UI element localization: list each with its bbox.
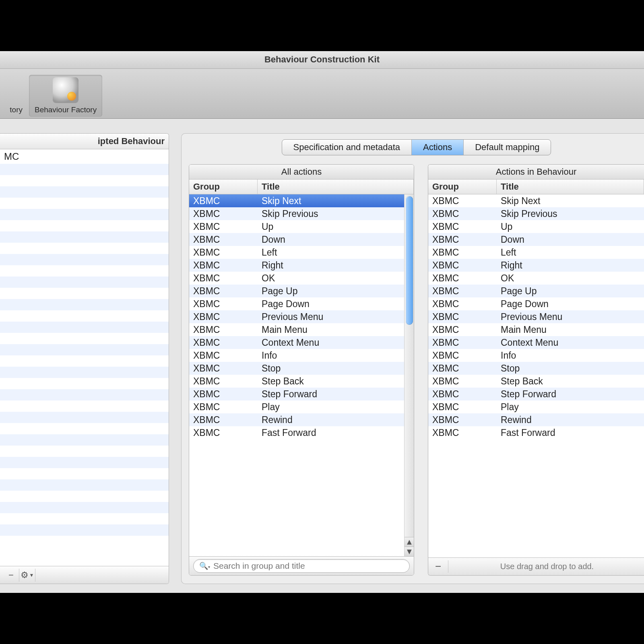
list-item	[0, 434, 169, 446]
list-item	[0, 389, 169, 400]
sidebar-gear-button[interactable]: ⚙▼	[19, 569, 35, 582]
sidebar-item-xbmc[interactable]: MC	[0, 149, 169, 164]
actions-in-behaviour-title: Actions in Behaviour	[428, 165, 644, 180]
table-row[interactable]: XBMCLeft	[189, 246, 404, 259]
list-item	[0, 502, 169, 513]
table-row[interactable]: XBMCStep Forward	[189, 388, 404, 400]
sidebar-remove-button[interactable]: −	[3, 569, 19, 582]
cell-group: XBMC	[428, 426, 497, 439]
table-row[interactable]: XBMCPage Down	[189, 297, 404, 310]
cell-title: Page Down	[258, 297, 404, 310]
remove-action-button[interactable]: −	[432, 560, 448, 573]
table-row[interactable]: XBMCPrevious Menu	[189, 310, 404, 323]
table-row[interactable]: XBMCSkip Next	[189, 194, 404, 207]
table-row[interactable]: XBMCOK	[189, 272, 404, 285]
table-row[interactable]: XBMCStep Forward	[428, 388, 644, 400]
cell-group: XBMC	[189, 323, 258, 336]
table-row[interactable]: XBMCMain Menu	[428, 323, 644, 336]
cell-title: Step Forward	[497, 388, 644, 400]
all-actions-title: All actions	[189, 165, 414, 180]
cell-group: XBMC	[428, 246, 497, 259]
table-row[interactable]: XBMCOK	[428, 272, 644, 285]
table-row[interactable]: XBMCLeft	[428, 246, 644, 259]
table-row[interactable]: XBMCRight	[428, 259, 644, 272]
table-row[interactable]: XBMCPage Up	[189, 285, 404, 297]
table-row[interactable]: XBMCStop	[189, 362, 404, 375]
scrollbar[interactable]: ▲ ▼	[404, 194, 414, 556]
table-row[interactable]: XBMCPlay	[189, 400, 404, 413]
table-row[interactable]: XBMCStop	[428, 362, 644, 375]
list-item	[0, 175, 169, 186]
sidebar-header[interactable]: ipted Behaviour	[0, 134, 169, 149]
scrollbar-down-arrow-icon[interactable]: ▼	[405, 547, 414, 556]
cell-title: Stop	[258, 362, 404, 375]
cell-title: Context Menu	[497, 336, 644, 349]
cell-title: Page Up	[258, 285, 404, 297]
cell-title: Fast Forward	[258, 426, 404, 439]
cell-title: Skip Next	[258, 194, 404, 207]
table-row[interactable]: XBMCDown	[428, 233, 644, 246]
list-item	[0, 446, 169, 457]
table-row[interactable]: XBMCSkip Next	[428, 194, 644, 207]
table-row[interactable]: XBMCRewind	[189, 413, 404, 426]
cell-title: Up	[258, 220, 404, 233]
toolbar-item-behaviour-factory[interactable]: Behaviour Factory	[29, 75, 102, 117]
list-item	[0, 265, 169, 277]
search-field-wrap[interactable]: 🔍▾	[193, 559, 410, 573]
table-row[interactable]: XBMCFast Forward	[428, 426, 644, 439]
table-row[interactable]: XBMCStep Back	[428, 375, 644, 388]
seg-specification[interactable]: Specification and metadata	[282, 140, 412, 155]
table-row[interactable]: XBMCContext Menu	[428, 336, 644, 349]
toolbar-item-factory-partial[interactable]: tory	[0, 103, 27, 117]
table-row[interactable]: XBMCRight	[189, 259, 404, 272]
cell-group: XBMC	[428, 400, 497, 413]
table-row[interactable]: XBMCPrevious Menu	[428, 310, 644, 323]
cell-title: Down	[258, 233, 404, 246]
table-row[interactable]: XBMCSkip Previous	[428, 207, 644, 220]
cell-title: Play	[258, 400, 404, 413]
list-item	[0, 198, 169, 209]
table-row[interactable]: XBMCInfo	[428, 349, 644, 362]
cell-title: Previous Menu	[497, 310, 644, 323]
table-row[interactable]: XBMCUp	[189, 220, 404, 233]
seg-actions[interactable]: Actions	[412, 140, 464, 155]
table-row[interactable]: XBMCInfo	[189, 349, 404, 362]
table-row[interactable]: XBMCFast Forward	[189, 426, 404, 439]
cell-group: XBMC	[189, 272, 258, 285]
scrollbar-thumb[interactable]	[406, 196, 413, 325]
cell-title: Left	[258, 246, 404, 259]
cell-group: XBMC	[189, 233, 258, 246]
list-item	[0, 164, 169, 175]
col-group[interactable]: Group	[189, 180, 258, 194]
cell-title: Main Menu	[497, 323, 644, 336]
toolbar-label: tory	[10, 105, 23, 114]
list-item	[0, 367, 169, 378]
col-title[interactable]: Title	[258, 180, 414, 194]
cell-title: Right	[497, 259, 644, 272]
table-row[interactable]: XBMCUp	[428, 220, 644, 233]
table-row[interactable]: XBMCPage Up	[428, 285, 644, 297]
cell-title: Step Back	[258, 375, 404, 388]
table-row[interactable]: XBMCPage Down	[428, 297, 644, 310]
table-row[interactable]: XBMCStep Back	[189, 375, 404, 388]
chevron-down-icon: ▼	[29, 572, 34, 578]
cell-group: XBMC	[428, 349, 497, 362]
list-item	[0, 378, 169, 389]
seg-default-mapping[interactable]: Default mapping	[464, 140, 551, 155]
cell-group: XBMC	[189, 349, 258, 362]
table-row[interactable]: XBMCPlay	[428, 400, 644, 413]
scrollbar-up-arrow-icon[interactable]: ▲	[405, 537, 414, 547]
table-row[interactable]: XBMCContext Menu	[189, 336, 404, 349]
table-row[interactable]: XBMCSkip Previous	[189, 207, 404, 220]
table-row[interactable]: XBMCMain Menu	[189, 323, 404, 336]
search-input[interactable]	[213, 561, 404, 571]
table-row[interactable]: XBMCDown	[189, 233, 404, 246]
list-item	[0, 186, 169, 198]
cell-group: XBMC	[189, 310, 258, 323]
table-row[interactable]: XBMCRewind	[428, 413, 644, 426]
cell-group: XBMC	[428, 323, 497, 336]
cell-group: XBMC	[189, 285, 258, 297]
col-group[interactable]: Group	[428, 180, 497, 194]
col-title[interactable]: Title	[497, 180, 644, 194]
list-item	[0, 491, 169, 502]
